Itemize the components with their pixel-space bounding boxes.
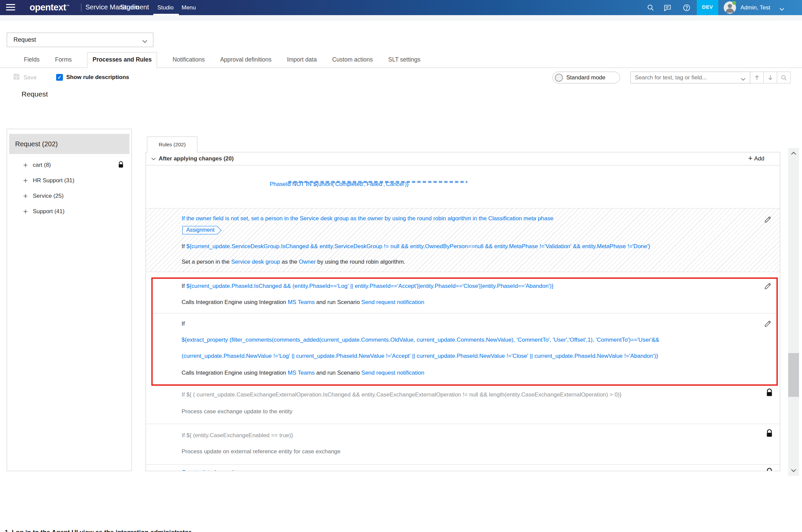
tree-item-label: Service (25) [33,193,63,200]
tab-slt-settings[interactable]: SLT settings [388,56,421,68]
scrollbar-thumb[interactable] [788,353,799,397]
tab-processes-and-rules[interactable]: Processes and Rules [87,52,157,68]
page-title: Request [21,90,48,98]
search-icon[interactable] [647,4,655,12]
highlighted-rules-box: If ${current_update.PhaseId.IsChanged &&… [151,278,778,386]
tab-approval-definitions[interactable]: Approval definitions [220,56,272,68]
rule-link[interactable]: Owner [299,259,316,265]
expand-icon[interactable]: + [23,208,27,215]
rule-text: and run Scenario [315,369,362,376]
expand-icon[interactable]: + [23,177,27,184]
tab-custom-actions[interactable]: Custom actions [332,56,373,68]
search-submit-icon[interactable] [777,72,790,83]
tree-root-request[interactable]: Request (202) [9,134,130,154]
add-rule-button[interactable]: + Add [748,155,764,163]
standard-mode-toggle[interactable]: Standard mode [553,72,620,83]
rule-search-input[interactable] [630,72,750,83]
pencil-icon[interactable] [764,282,772,292]
rule-condition-code: (current_update.PhaseId.NewValue !='Log'… [182,353,658,359]
if-prefix: If [182,392,186,398]
entity-selector-dropdown[interactable]: Request [7,33,153,47]
rule-condition-code: ${current_update.PhaseId.IsChanged && (e… [186,283,554,289]
tree-item-hr[interactable]: +HR Support (31) [7,173,132,188]
lock-icon [766,429,773,439]
rule-row-locked[interactable]: If ${ (entity.CaseExchangeEnabled == tru… [146,424,780,465]
scroll-down-icon[interactable] [788,467,799,475]
tab-fields[interactable]: Fields [24,56,40,68]
header-substrip [0,15,802,21]
entity-tabs: FieldsFormsProcesses and RulesNotificati… [0,53,802,68]
rule-link[interactable]: Service desk group [231,259,280,265]
expand-icon[interactable]: + [23,162,27,169]
rules-section-title[interactable]: After applying changes (20) [159,155,234,162]
pencil-icon[interactable] [764,215,772,225]
clipped-text-sliver [288,181,467,183]
rule-tag-assignment[interactable]: Assignment [182,226,217,234]
rule-text: Calls Integration Engine using Integrati… [182,369,288,376]
product-title: Service Management [85,3,149,11]
rule-row-locked[interactable]: If ${ ( current_update.CaseExchangeExter… [146,386,780,424]
search-next-button[interactable] [764,72,777,83]
save-icon [13,73,20,82]
rule-link[interactable]: Send request notification [362,299,424,305]
rule-link[interactable]: Send request notification [362,369,424,376]
pencil-icon[interactable] [764,319,772,329]
tree-item-label: cart (8) [33,162,51,169]
if-prefix: If [182,432,186,438]
studio-screen: opentext™ Service Management Studio Stud… [0,0,802,532]
rule-text: Process case exchange update to the enti… [182,408,292,415]
vertical-scrollbar[interactable] [788,148,799,476]
rule-text: as the [280,259,299,265]
scroll-up-icon[interactable] [788,149,799,157]
nav-item-studio[interactable]: Studio [157,4,173,11]
expand-icon[interactable]: + [23,193,27,200]
rule-condition: If [182,320,755,327]
search-prev-button[interactable] [750,72,764,83]
rule-condition: If ${current_update.PhaseId.IsChanged &&… [182,282,755,290]
rule-row-disabled[interactable]: If the owner field is not set, set a per… [146,209,780,272]
rule-description: Calls Integration Engine using Integrati… [182,298,755,306]
rule-title-link[interactable]: If the owner field is not set, set a per… [182,215,554,222]
tab-forms[interactable]: Forms [55,56,72,68]
rules-tab[interactable]: Rules (202) [147,136,197,153]
tree-item-cart[interactable]: +cart (8) [7,157,132,173]
if-prefix: If [182,243,186,249]
rule-title: If the owner field is not set, set a per… [182,215,756,222]
rule-link[interactable]: MS Teams [288,369,315,376]
rule-row-clipped[interactable]: Count related records [146,465,780,471]
chevron-down-icon [142,38,147,44]
rule-row-partially-scrolled[interactable]: PhaseId NOT IN ${union('Completed','Fail… [146,180,780,209]
rule-link[interactable]: MS Teams [288,299,315,305]
rule-text: and run Scenario [315,299,362,305]
rules-gap [146,272,780,278]
show-rule-descriptions-checkbox[interactable]: ✓ [56,74,63,81]
breadcrumb: Studio [120,3,139,11]
if-prefix: If [182,321,185,327]
rules-panel: After applying changes (20) + Add PhaseI… [146,152,780,471]
radio-icon [555,74,563,82]
feedback-icon[interactable] [664,4,671,12]
if-prefix: If [182,283,186,289]
rule-title-link[interactable]: Count related records [182,469,236,471]
rule-condition: If ${current_update.ServiceDeskGroup.IsC… [182,243,756,250]
tree-item-support[interactable]: +Support (41) [7,204,132,219]
rule-row-highlighted[interactable]: If ${current_update.PhaseId.IsChanged &&… [153,279,777,314]
save-button[interactable]: Save [13,73,37,82]
rules-list: PhaseId NOT IN ${union('Completed','Fail… [146,180,780,471]
tab-import-data[interactable]: Import data [287,56,317,68]
chevron-down-icon[interactable] [780,6,784,12]
rule-row-highlighted[interactable]: If${extract_property (filter_comments(co… [153,314,777,384]
rule-condition: If ${ ( current_update.CaseExchangeExter… [182,391,756,399]
chevron-down-icon[interactable] [741,76,745,82]
save-label: Save [23,74,37,81]
top-header-bar: opentext™ Service Management Studio Stud… [0,0,802,15]
nav-item-menu[interactable]: Menu [182,4,196,11]
presence-indicator [732,1,736,5]
hamburger-menu-icon[interactable] [6,4,15,11]
help-icon[interactable] [683,4,691,12]
tree-item-service[interactable]: +Service (25) [7,188,132,204]
chevron-down-icon[interactable] [151,156,156,162]
tab-notifications[interactable]: Notifications [172,56,205,68]
user-menu[interactable]: Admin, Test [741,4,770,11]
tree-item-label: HR Support (31) [33,177,74,184]
